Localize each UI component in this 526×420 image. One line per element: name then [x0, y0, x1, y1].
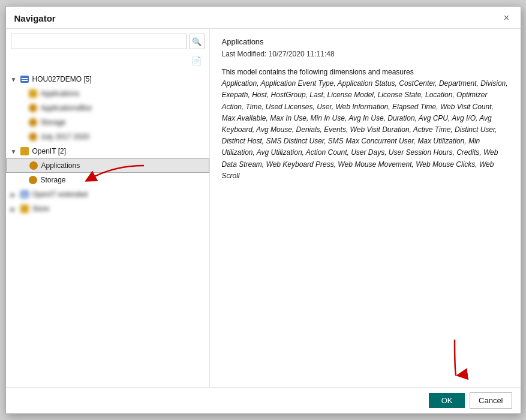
- cube-gold-icon: [28, 118, 38, 127]
- navigator-dialog: Navigator × 🔍 📄 ▼ HOU027DEMO [5]: [5, 6, 521, 414]
- tree-label-blurred2: ApplicationsBlur: [41, 104, 205, 112]
- tree-label-openit: OpenIT [2]: [32, 147, 205, 155]
- tree-item-hou027demo[interactable]: ▼ HOU027DEMO [5]: [6, 72, 209, 86]
- expand-icon: ▶: [11, 206, 19, 212]
- tree-item-blurred2: ▶ Store: [6, 202, 209, 216]
- tree-item-hou027-child1: Applications: [6, 86, 209, 101]
- detail-description: This model contains the following dimens…: [222, 67, 509, 182]
- tree-item-openit[interactable]: ▼ OpenIT [2]: [6, 144, 209, 158]
- cube-gold-icon: [28, 175, 38, 185]
- new-item-button[interactable]: 📄: [189, 53, 205, 68]
- tree-label-storage: Storage: [41, 176, 205, 184]
- dialog-title: Navigator: [14, 13, 56, 23]
- detail-modified: Last Modified: 10/27/2020 11:11:48: [222, 50, 509, 58]
- tree-item-storage[interactable]: Storage: [6, 173, 209, 187]
- tree-item-hou027-child2: ApplicationsBlur: [6, 101, 209, 115]
- tree-area: ▼ HOU027DEMO [5] Applications: [6, 71, 209, 387]
- cube-gold-icon: [28, 103, 38, 113]
- dialog-footer: OK Cancel: [6, 387, 521, 413]
- dimensions-text: Application, Application Event Type, App…: [222, 79, 508, 180]
- detail-title: Applications: [222, 37, 509, 46]
- tree-label-blurred4: July 2017 2020: [41, 133, 205, 141]
- dialog-body: 🔍 📄 ▼ HOU027DEMO [5]: [6, 29, 521, 387]
- cube-gold-icon: [28, 161, 39, 170]
- dialog-titlebar: Navigator ×: [6, 7, 521, 29]
- ok-button[interactable]: OK: [429, 393, 465, 408]
- cube-icon: [19, 146, 30, 156]
- search-row: 🔍: [11, 34, 205, 49]
- tree-label-blurred1: Applications: [41, 89, 205, 98]
- cube-icon: [28, 89, 38, 98]
- search-button[interactable]: 🔍: [189, 34, 205, 49]
- cube-gold-icon: [28, 132, 38, 142]
- tree-item-applications[interactable]: Applications: [6, 158, 209, 173]
- tree-label-blurred-ext: OpenIT extended: [32, 190, 205, 199]
- close-button[interactable]: ×: [500, 11, 513, 25]
- tree-label-hou027demo: HOU027DEMO [5]: [32, 75, 205, 83]
- tree-label-applications: Applications: [41, 161, 204, 170]
- tree-label-blurred3: Storage: [41, 118, 205, 127]
- db-icon: [19, 74, 30, 84]
- cube-icon: [19, 204, 30, 214]
- cancel-button[interactable]: Cancel: [470, 392, 512, 409]
- tree-item-hou027-child3: Storage: [6, 115, 209, 130]
- left-panel: 🔍 📄 ▼ HOU027DEMO [5]: [6, 29, 210, 387]
- tree-item-hou027-child4: July 2017 2020: [6, 130, 209, 144]
- expand-icon: ▼: [11, 148, 19, 155]
- search-input[interactable]: [11, 34, 187, 49]
- description-text: This model contains the following dimens…: [222, 68, 414, 76]
- db-icon: [19, 190, 30, 199]
- right-panel: Applications Last Modified: 10/27/2020 1…: [210, 29, 521, 387]
- tree-label-blurred2: Store: [32, 205, 205, 213]
- expand-icon: ▶: [11, 191, 19, 198]
- expand-icon: ▼: [11, 76, 19, 83]
- tree-item-blurred-ext: ▶ OpenIT extended: [6, 187, 209, 202]
